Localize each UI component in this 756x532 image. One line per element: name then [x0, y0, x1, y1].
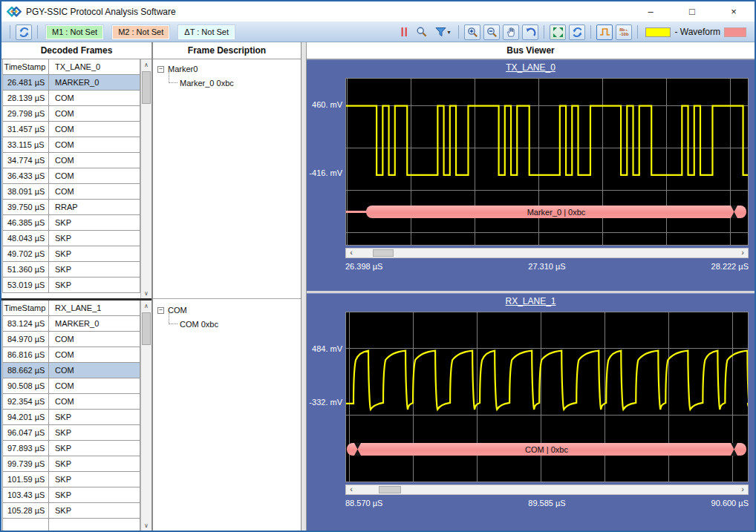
table-row[interactable]: 31.457 µSCOM — [2, 121, 140, 137]
table-vscrollbar[interactable] — [140, 301, 151, 531]
y-axis-bottom-label: -416. mV — [308, 168, 342, 177]
waveform-panel-tx-lane-0: TX_LANE_0 Marker_0 | 0xbc 460. mV -416. … — [307, 59, 755, 291]
table-row[interactable]: 33.115 µSCOM — [2, 137, 140, 153]
toolbar-separator — [637, 25, 638, 39]
undo-icon[interactable] — [522, 24, 538, 40]
table-row[interactable]: 88.662 µSCOM — [2, 362, 140, 378]
table-row[interactable]: 28.139 µSCOM — [2, 90, 140, 106]
filter-icon[interactable]: ▾ — [431, 24, 454, 40]
tree-collapse-icon[interactable] — [157, 307, 164, 314]
waveform-color-swatch — [645, 27, 671, 37]
marker1-status[interactable]: M1 : Not Set — [46, 25, 103, 39]
table-row[interactable]: 83.124 µSMARKER_0 — [2, 315, 140, 332]
scroll-right-icon[interactable] — [737, 249, 748, 257]
table-row[interactable]: 48.043 µSSKP — [2, 230, 140, 246]
frame-description-title: Frame Description — [153, 42, 301, 59]
encode-8b10b-icon[interactable]: 8b¬-10b — [616, 24, 632, 40]
toolbar-right-group: ▾ — [395, 24, 750, 40]
waveform-hscrollbar-rx[interactable] — [345, 485, 749, 495]
time-axis-tx: 26.398 µS 27.310 µS 28.222 µS — [345, 262, 749, 271]
scroll-down-icon[interactable] — [141, 520, 151, 531]
pan-hand-icon[interactable] — [503, 24, 519, 40]
waveform-plot-rx[interactable]: COM | 0xbc — [345, 312, 749, 482]
table-row[interactable]: 36.433 µSCOM — [2, 168, 140, 184]
waveform-plot-tx[interactable]: Marker_0 | 0xbc — [345, 78, 749, 246]
tree-collapse-icon[interactable] — [157, 66, 164, 73]
waveform-hscrollbar-tx[interactable] — [345, 248, 749, 258]
time-label-right: 28.222 µS — [711, 262, 749, 271]
tree-child-item[interactable]: Marker_0 0xbc — [166, 79, 296, 88]
frame-description-tree-tx: Marker0 Marker_0 0xbc — [153, 59, 301, 298]
table-row[interactable]: 105.28 µSSKP — [2, 502, 140, 519]
lane-title-rx[interactable]: RX_LANE_1 — [313, 296, 749, 309]
frame-description-tree-rx: COM COM 0xbc — [153, 301, 301, 531]
table-row[interactable]: 26.481 µSMARKER_0 — [2, 74, 140, 91]
scroll-left-icon[interactable] — [346, 485, 356, 494]
scroll-up-icon[interactable] — [141, 301, 151, 311]
table-row[interactable] — [2, 518, 140, 531]
table-row[interactable]: 51.360 µSSKP — [2, 261, 140, 278]
fit-screen-icon[interactable] — [550, 24, 566, 40]
table-row[interactable]: 39.750 µSRRAP — [2, 199, 140, 215]
close-button[interactable]: × — [713, 1, 755, 22]
table-row[interactable]: 94.201 µSSKP — [2, 409, 140, 425]
table-row[interactable]: 34.774 µSCOM — [2, 152, 140, 168]
table-row[interactable]: 53.019 µSSKP — [2, 277, 140, 293]
delta-t-status[interactable]: ΔT : Not Set — [178, 25, 235, 39]
table-row[interactable]: 97.893 µSSKP — [2, 440, 140, 456]
time-axis-rx: 88.570 µS 89.585 µS 90.600 µS — [345, 499, 749, 508]
table-row[interactable]: 29.798 µSCOM — [2, 105, 140, 122]
tx-lane-table: TimeStampTX_LANE_026.481 µSMARKER_028.13… — [1, 59, 151, 298]
plot-wrap: Marker_0 | 0xbc 460. mV -416. mV — [345, 78, 749, 246]
bus-viewer-title: Bus Viewer — [307, 42, 755, 59]
pulse-wave-icon[interactable] — [596, 24, 613, 40]
maximize-button[interactable]: □ — [671, 1, 713, 22]
table-row[interactable]: 99.739 µSSKP — [2, 456, 140, 472]
table-row[interactable]: 103.43 µSSKP — [2, 487, 140, 503]
time-label-left: 26.398 µS — [345, 262, 382, 271]
frame-start-mark-icon — [354, 443, 361, 456]
window-controls: – □ × — [630, 1, 755, 22]
tree-child-label: COM 0xbc — [180, 320, 218, 329]
scrollbar-thumb[interactable] — [379, 486, 401, 493]
time-label-right: 90.600 µS — [711, 499, 749, 508]
frame-end-mark-icon — [731, 206, 737, 218]
sync-icon[interactable] — [16, 24, 32, 40]
zoom-in-icon[interactable] — [464, 24, 480, 40]
table-row[interactable]: 86.816 µSCOM — [2, 347, 140, 363]
minimize-button[interactable]: – — [630, 1, 671, 22]
table-row[interactable]: 84.970 µSCOM — [2, 331, 140, 347]
tree-root-item[interactable]: Marker0 — [157, 65, 296, 73]
scroll-right-icon[interactable] — [737, 485, 748, 494]
table-row[interactable]: 101.59 µSSKP — [2, 471, 140, 487]
scroll-down-icon[interactable] — [141, 288, 151, 298]
table-row[interactable]: 46.385 µSSKP — [2, 214, 140, 231]
app-window: PGY-SSIC Protocol Analysis Software – □ … — [0, 0, 756, 532]
table-row[interactable]: 90.508 µSCOM — [2, 378, 140, 394]
marker-cursors-icon[interactable] — [396, 24, 412, 40]
table-row[interactable]: 49.702 µSSKP — [2, 246, 140, 262]
scroll-left-icon[interactable] — [346, 249, 356, 257]
scrollbar-thumb[interactable] — [373, 249, 394, 257]
scrollbar-thumb[interactable] — [142, 71, 151, 104]
table-row[interactable]: 92.354 µSCOM — [2, 393, 140, 410]
panel-splitter[interactable] — [302, 42, 307, 531]
frame-bar-lead-line — [346, 211, 367, 213]
decoded-frames-panel: Decoded Frames TimeStampTX_LANE_026.481 … — [1, 42, 153, 531]
table-row[interactable]: 96.047 µSSKP — [2, 424, 140, 441]
tree-child-item[interactable]: COM 0xbc — [166, 320, 296, 329]
lane-title-tx[interactable]: TX_LANE_0 — [313, 62, 749, 76]
marker2-status[interactable]: M2 : Not Set — [112, 25, 169, 39]
zoom-out-icon[interactable] — [483, 24, 500, 40]
plot-wrap: COM | 0xbc 484. mV -332. mV — [345, 312, 749, 482]
scroll-up-icon[interactable] — [141, 59, 151, 70]
table-row[interactable]: 38.091 µSCOM — [2, 183, 140, 200]
tree-root-item[interactable]: COM — [157, 306, 296, 315]
scrollbar-thumb[interactable] — [142, 312, 151, 345]
table-header-row: TimeStampRX_LANE_1 — [2, 301, 140, 316]
table-vscrollbar[interactable] — [140, 59, 151, 298]
refresh-icon[interactable] — [569, 24, 585, 40]
frame-marker-bar-rx[interactable]: COM | 0xbc — [347, 443, 746, 456]
frame-marker-bar-tx[interactable]: Marker_0 | 0xbc — [366, 206, 746, 218]
search-icon[interactable] — [414, 24, 430, 40]
